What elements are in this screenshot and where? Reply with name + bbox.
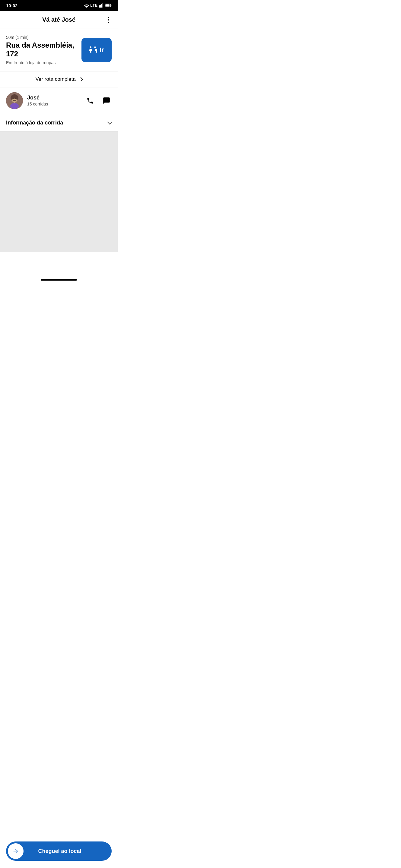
- contact-info: José 15 corridas: [27, 95, 81, 106]
- menu-dot-3: [108, 22, 109, 23]
- message-button[interactable]: [102, 96, 112, 106]
- svg-rect-0: [99, 5, 100, 7]
- view-route-text: Ver rota completa: [35, 76, 76, 82]
- avatar: [6, 92, 23, 109]
- ride-info-section[interactable]: Informação da corrida: [0, 114, 118, 132]
- phone-icon: [86, 97, 94, 104]
- battery-icon: [105, 3, 112, 7]
- svg-rect-3: [102, 3, 103, 7]
- nav-description: Em frente à loja de roupas: [6, 60, 77, 65]
- home-indicator: [0, 276, 118, 284]
- svg-rect-5: [111, 4, 111, 6]
- ride-info-title: Informação da corrida: [6, 120, 63, 126]
- route-icon: [89, 46, 97, 54]
- avatar-image: [6, 92, 23, 109]
- contact-rides: 15 corridas: [27, 101, 81, 106]
- home-bar: [41, 279, 77, 281]
- more-options-button[interactable]: [106, 14, 112, 25]
- avatar-svg: [6, 92, 23, 109]
- contact-actions: [85, 96, 112, 106]
- svg-point-13: [16, 98, 16, 99]
- go-button-label: Ir: [99, 46, 104, 54]
- nav-info: 50m (1 min) Rua da Assembléia, 172 Em fr…: [6, 35, 77, 65]
- svg-rect-2: [101, 4, 102, 7]
- go-button[interactable]: Ir: [82, 38, 112, 62]
- nav-street: Rua da Assembléia, 172: [6, 41, 77, 59]
- page-title: Vá até José: [42, 16, 76, 23]
- contact-card: José 15 corridas: [0, 87, 118, 114]
- svg-point-10: [10, 96, 13, 100]
- status-bar: 10:02 LTE: [0, 0, 118, 11]
- chevron-down-icon: [107, 120, 113, 125]
- signal-icon: [99, 3, 104, 7]
- lte-indicator: LTE: [90, 3, 98, 7]
- svg-rect-6: [105, 4, 110, 7]
- view-route-section[interactable]: Ver rota completa: [0, 71, 118, 87]
- status-time: 10:02: [6, 3, 18, 8]
- menu-dot-2: [108, 19, 109, 21]
- call-button[interactable]: [85, 96, 95, 106]
- nav-time-distance: 50m (1 min): [6, 35, 77, 40]
- chat-icon: [103, 97, 110, 104]
- header: Vá até José: [0, 11, 118, 29]
- svg-point-11: [16, 96, 19, 100]
- svg-rect-1: [100, 5, 101, 7]
- svg-point-12: [13, 98, 14, 99]
- svg-rect-15: [13, 101, 16, 103]
- navigation-card: 50m (1 min) Rua da Assembléia, 172 Em fr…: [0, 29, 118, 71]
- status-icons: LTE: [84, 3, 112, 7]
- wifi-icon: [84, 3, 89, 7]
- map-area: [0, 132, 118, 252]
- svg-point-14: [10, 103, 19, 109]
- chevron-right-icon: [79, 77, 83, 82]
- contact-name: José: [27, 95, 81, 101]
- menu-dot-1: [108, 17, 109, 18]
